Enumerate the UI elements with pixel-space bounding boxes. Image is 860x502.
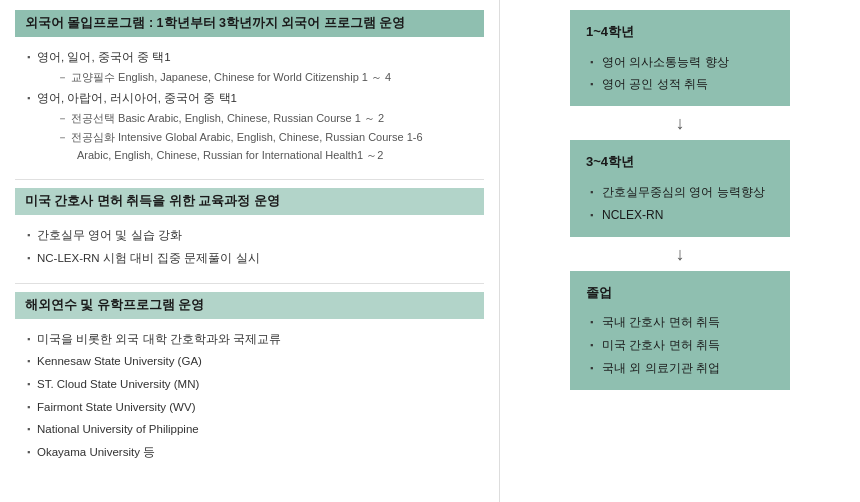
list-item: 영어, 아랍어, 러시아어, 중국어 중 택1 전공선택 Basic Arabi… [27,88,476,165]
right-box-3to4: 3~4학년 간호실무중심의 영어 능력향상 NCLEX-RN [570,140,790,236]
item-text: 영어, 아랍어, 러시아어, 중국어 중 택1 [37,92,237,104]
list-item: NC-LEX-RN 시험 대비 집중 문제풀이 실시 [27,248,476,269]
sub-item: 전공선택 Basic Arabic, English, Chinese, Rus… [37,109,476,128]
box2-item1: 간호실무중심의 영어 능력향상 [590,181,774,204]
box2-title: 3~4학년 [586,150,774,175]
box3-item2: 미국 간호사 면허 취득 [590,334,774,357]
section2-header: 미국 간호사 면허 취득을 위한 교육과정 운영 [15,188,484,215]
sub-item: 전공심화 Intensive Global Arabic, English, C… [37,128,476,147]
list-item: ST. Cloud State University (MN) [27,374,476,395]
box1-item1: 영어 의사소통능력 향상 [590,51,774,74]
section3-header: 해외연수 및 유학프로그램 운영 [15,292,484,319]
section1-body: 영어, 일어, 중국어 중 택1 교양필수 English, Japanese,… [15,47,484,165]
box3-item3: 국내 외 의료기관 취업 [590,357,774,380]
item-text: Okayama University 등 [37,446,155,458]
arrow-icon-1: ↓ [676,114,685,132]
item-text: 간호실무 영어 및 실습 강화 [37,229,182,241]
divider2 [15,283,484,284]
arrow-icon-2: ↓ [676,245,685,263]
item-text: National University of Philippine [37,423,199,435]
item-text: Kennesaw State University (GA) [37,355,202,367]
list-item: 간호실무 영어 및 실습 강화 [27,225,476,246]
box1-title: 1~4학년 [586,20,774,45]
box2-item2: NCLEX-RN [590,204,774,227]
box3-item1: 국내 간호사 면허 취득 [590,311,774,334]
sub-item-cont: Arabic, English, Chinese, Russian for In… [37,146,476,165]
list-item: 미국을 비롯한 외국 대학 간호학과와 국제교류 [27,329,476,350]
section-overseas: 해외연수 및 유학프로그램 운영 미국을 비롯한 외국 대학 간호학과와 국제교… [15,292,484,463]
section1-header: 외국어 몰입프로그램 : 1학년부터 3학년까지 외국어 프로그램 운영 [15,10,484,37]
left-panel: 외국어 몰입프로그램 : 1학년부터 3학년까지 외국어 프로그램 운영 영어,… [0,0,500,502]
section2-body: 간호실무 영어 및 실습 강화 NC-LEX-RN 시험 대비 집중 문제풀이 … [15,225,484,268]
item-text: ST. Cloud State University (MN) [37,378,199,390]
list-item: National University of Philippine [27,419,476,440]
item-text: 영어, 일어, 중국어 중 택1 [37,51,171,63]
section3-body: 미국을 비롯한 외국 대학 간호학과와 국제교류 Kennesaw State … [15,329,484,463]
section-nursing-license: 미국 간호사 면허 취득을 위한 교육과정 운영 간호실무 영어 및 실습 강화… [15,188,484,268]
list-item: 영어, 일어, 중국어 중 택1 교양필수 English, Japanese,… [27,47,476,86]
box3-title: 졸업 [586,281,774,306]
box1-item2: 영어 공인 성적 취득 [590,73,774,96]
item-text: Fairmont State University (WV) [37,401,195,413]
item-text: 미국을 비롯한 외국 대학 간호학과와 국제교류 [37,333,281,345]
divider1 [15,179,484,180]
list-item: Okayama University 등 [27,442,476,463]
section-foreign-language: 외국어 몰입프로그램 : 1학년부터 3학년까지 외국어 프로그램 운영 영어,… [15,10,484,165]
right-box-1to4: 1~4학년 영어 의사소통능력 향상 영어 공인 성적 취득 [570,10,790,106]
list-item: Kennesaw State University (GA) [27,351,476,372]
item-text: NC-LEX-RN 시험 대비 집중 문제풀이 실시 [37,252,260,264]
sub-item: 교양필수 English, Japanese, Chinese for Worl… [37,68,476,87]
right-panel: 1~4학년 영어 의사소통능력 향상 영어 공인 성적 취득 ↓ 3~4학년 간… [500,0,860,502]
list-item: Fairmont State University (WV) [27,397,476,418]
right-box-graduation: 졸업 국내 간호사 면허 취득 미국 간호사 면허 취득 국내 외 의료기관 취… [570,271,790,390]
